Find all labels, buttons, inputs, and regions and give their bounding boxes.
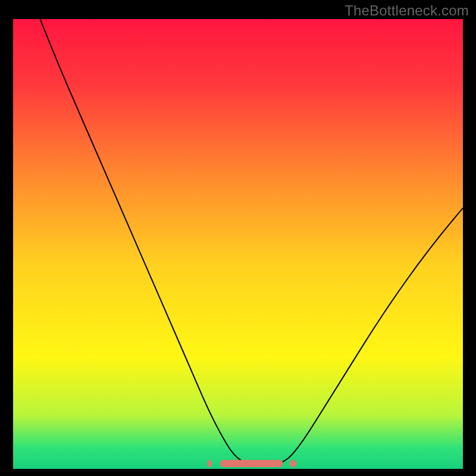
svg-rect-1 <box>220 460 283 467</box>
svg-rect-0 <box>208 460 212 467</box>
watermark-text: TheBottleneck.com <box>345 2 469 19</box>
gradient-background <box>13 19 463 469</box>
bottleneck-plot <box>13 19 463 469</box>
chart-frame: TheBottleneck.com <box>0 0 476 476</box>
svg-rect-2 <box>290 460 296 467</box>
plot-svg <box>13 19 463 469</box>
